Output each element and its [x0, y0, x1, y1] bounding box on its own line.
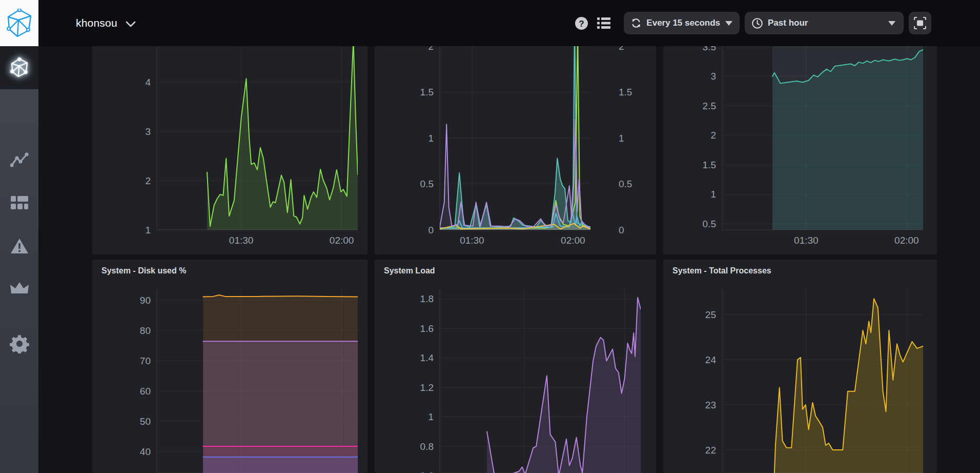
svg-text:1: 1 [145, 225, 151, 235]
top-nav: khonsou ? [0, 0, 980, 46]
svg-text:01:30: 01:30 [229, 235, 254, 246]
svg-text:0: 0 [619, 225, 624, 235]
svg-text:0.5: 0.5 [619, 179, 632, 189]
svg-text:1.4: 1.4 [420, 352, 434, 363]
home-logo-icon [10, 57, 29, 78]
svg-text:90: 90 [140, 295, 151, 306]
sidebar [0, 46, 38, 473]
svg-text:?: ? [579, 18, 584, 28]
svg-text:40: 40 [140, 446, 151, 457]
svg-text:1.2: 1.2 [420, 382, 434, 393]
refresh-interval-button[interactable]: Every 15 seconds [624, 12, 740, 34]
svg-text:2: 2 [145, 175, 151, 186]
dashboard-grid-icon [10, 195, 29, 210]
chevron-down-icon [126, 21, 136, 28]
panel-p1: 432101:3002:00 [92, 46, 368, 254]
svg-text:50: 50 [140, 416, 151, 427]
sidebar-item-metrics[interactable] [0, 139, 38, 182]
svg-text:0.5: 0.5 [420, 179, 434, 189]
svg-text:0.8: 0.8 [420, 441, 434, 452]
panel-p5: System Load1.81.61.41.210.80.6 [375, 260, 656, 473]
svg-text:60: 60 [140, 386, 151, 397]
svg-text:23: 23 [705, 400, 716, 410]
svg-text:3.5: 3.5 [703, 46, 716, 52]
dashboard-app: khonsou ? [0, 0, 980, 473]
svg-text:25: 25 [705, 309, 716, 320]
dashboard-title: khonsou [76, 17, 117, 29]
panel-p2: 221.51.5110.50.50001:3002:00 [375, 46, 656, 254]
svg-text:24: 24 [705, 354, 717, 365]
svg-text:02:00: 02:00 [561, 235, 585, 246]
time-range-button[interactable]: Past hour [745, 12, 904, 34]
playlist-button[interactable] [595, 14, 612, 32]
svg-text:0.6: 0.6 [420, 470, 434, 473]
sidebar-item-settings[interactable] [0, 322, 38, 365]
svg-text:01:30: 01:30 [460, 235, 484, 246]
app-logo-icon [6, 9, 33, 37]
caret-down-icon [725, 21, 732, 26]
app-logo-button[interactable] [0, 0, 38, 46]
sidebar-item-premium[interactable] [0, 267, 38, 310]
alert-triangle-icon [10, 238, 29, 255]
nav-right-controls: ? Every 15 sec [573, 0, 980, 46]
chart-p5[interactable]: 1.81.61.41.210.80.6 [375, 260, 656, 473]
help-icon: ? [575, 16, 588, 30]
chart-p1[interactable]: 432101:3002:00 [92, 46, 368, 254]
sidebar-item-alerting[interactable] [0, 225, 38, 268]
svg-text:1.6: 1.6 [420, 323, 434, 334]
svg-text:4: 4 [145, 77, 151, 88]
svg-text:01:30: 01:30 [794, 235, 819, 246]
svg-text:2: 2 [710, 130, 716, 141]
gear-icon [10, 334, 29, 353]
svg-text:1.5: 1.5 [703, 160, 716, 170]
graph-line-icon [10, 152, 29, 168]
panel-p3: 3.532.521.510.501:3002:00 [663, 46, 937, 254]
svg-text:1.5: 1.5 [619, 87, 632, 97]
refresh-interval-label: Every 15 seconds [646, 18, 720, 28]
sidebar-item-home[interactable] [0, 46, 38, 89]
chart-p2[interactable]: 221.51.5110.50.50001:3002:00 [375, 46, 656, 254]
panel-p4: System - Disk used %908070605040 [92, 260, 368, 473]
svg-text:1: 1 [428, 133, 434, 144]
refresh-icon [631, 18, 641, 28]
svg-text:1: 1 [428, 411, 434, 422]
kiosk-mode-button[interactable] [909, 12, 931, 34]
time-range-label: Past hour [768, 18, 808, 28]
help-button[interactable]: ? [573, 14, 590, 32]
svg-text:2: 2 [428, 46, 434, 52]
svg-text:22: 22 [705, 445, 716, 456]
chart-p4[interactable]: 908070605040 [92, 260, 368, 473]
svg-text:2.5: 2.5 [703, 101, 716, 111]
svg-text:1: 1 [710, 189, 716, 200]
fullscreen-icon [913, 16, 927, 30]
sidebar-item-dashboards[interactable] [0, 181, 38, 224]
svg-text:3: 3 [710, 71, 716, 82]
svg-text:1.5: 1.5 [420, 87, 434, 97]
svg-text:1: 1 [619, 133, 624, 144]
clock-icon [752, 18, 763, 29]
svg-text:70: 70 [140, 356, 151, 366]
svg-text:1.8: 1.8 [420, 293, 434, 304]
crown-icon [10, 281, 29, 297]
playlist-icon [597, 17, 610, 29]
svg-text:02:00: 02:00 [894, 235, 919, 246]
svg-text:0.5: 0.5 [703, 219, 716, 229]
chart-p6[interactable]: 25242322 [663, 260, 937, 473]
chart-p3[interactable]: 3.532.521.510.501:3002:00 [663, 46, 937, 254]
caret-down-icon [888, 21, 895, 26]
svg-text:80: 80 [140, 325, 151, 336]
svg-text:3: 3 [145, 126, 151, 137]
dashboard-title-dropdown[interactable]: khonsou [76, 0, 136, 46]
panel-p6: System - Total Processes25242322 [663, 260, 937, 473]
svg-text:02:00: 02:00 [330, 235, 354, 246]
svg-text:2: 2 [619, 46, 624, 52]
svg-text:0: 0 [428, 225, 434, 235]
